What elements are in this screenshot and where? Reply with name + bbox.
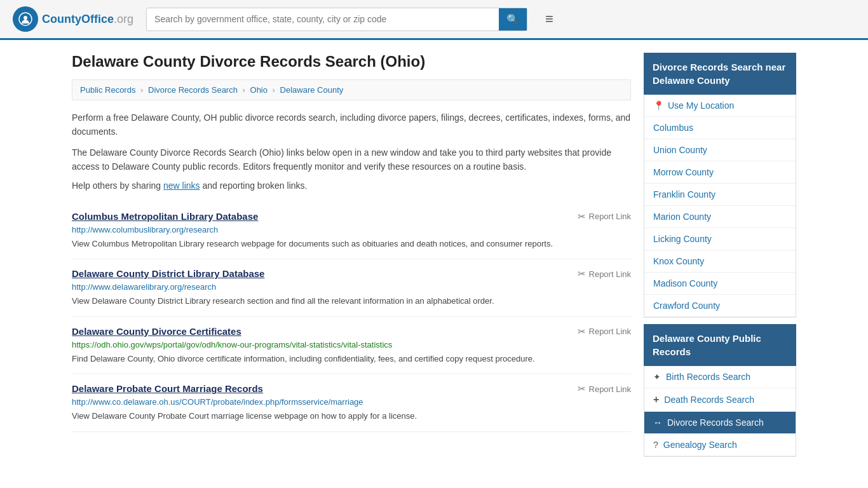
report-link[interactable]: ✂ Report Link [578,211,631,222]
pin-icon: 📍 [653,100,664,111]
logo-link[interactable]: CountyOffice.org [13,6,133,32]
result-desc: Find Delaware County, Ohio divorce certi… [72,353,631,365]
sidebar-item-madison-county[interactable]: Madison County [644,273,796,295]
search-input[interactable] [147,9,499,29]
sidebar: Divorce Records Search near Delaware Cou… [644,53,796,463]
breadcrumb-ohio[interactable]: Ohio [250,85,268,95]
description-1: Perform a free Delaware County, OH publi… [72,111,631,139]
public-records-section: Delaware County Public Records ✦ Birth R… [644,324,796,457]
sidebar-item-birth-records[interactable]: ✦ Birth Records Search [644,366,796,388]
sidebar-item-marion-county[interactable]: Marion County [644,206,796,228]
breadcrumb: Public Records › Divorce Records Search … [72,79,631,100]
death-icon: + [653,394,659,405]
sidebar-item-divorce-records[interactable]: ↔ Divorce Records Search [644,412,796,434]
report-link[interactable]: ✂ Report Link [578,326,631,337]
sidebar-item-licking-county[interactable]: Licking County [644,228,796,250]
result-url: https://odh.ohio.gov/wps/portal/gov/odh/… [72,340,631,349]
nearby-list: 📍 Use My Location Columbus Union County … [644,95,796,318]
result-desc: View Delaware County Probate Court marri… [72,410,631,423]
report-icon: ✂ [578,383,586,395]
description-2: The Delaware County Divorce Records Sear… [72,146,631,174]
result-url: http://www.delawarelibrary.org/research [72,282,631,292]
birth-icon: ✦ [653,372,661,382]
logo-icon [13,6,38,32]
result-item: Delaware Probate Court Marriage Records … [72,374,631,432]
sidebar-item-columbus[interactable]: Columbus [644,117,796,139]
nearby-section: Divorce Records Search near Delaware Cou… [644,53,796,318]
result-title[interactable]: Delaware Probate Court Marriage Records [72,383,263,394]
public-records-heading: Delaware County Public Records [644,324,796,366]
public-records-list: ✦ Birth Records Search + Death Records S… [644,366,796,457]
sidebar-item-morrow-county[interactable]: Morrow County [644,161,796,184]
nearby-heading: Divorce Records Search near Delaware Cou… [644,53,796,95]
content-area: Delaware County Divorce Records Search (… [72,53,631,463]
menu-button[interactable]: ≡ [540,8,559,30]
result-item: Columbus Metropolitan Library Database ✂… [72,202,631,260]
report-link[interactable]: ✂ Report Link [578,383,631,395]
divorce-icon: ↔ [653,417,662,428]
new-links-link[interactable]: new links [163,180,200,191]
sidebar-item-use-my-location[interactable]: 📍 Use My Location [644,95,796,117]
result-url: http://www.co.delaware.oh.us/COURT/proba… [72,397,631,407]
sidebar-item-death-records[interactable]: + Death Records Search [644,388,796,412]
result-item: Delaware County District Library Databas… [72,259,631,317]
sidebar-item-knox-county[interactable]: Knox County [644,250,796,273]
sidebar-item-genealogy[interactable]: ? Genealogy Search [644,434,796,456]
sidebar-item-crawford-county[interactable]: Crawford County [644,295,796,317]
result-title[interactable]: Delaware County District Library Databas… [72,268,264,279]
logo-text: CountyOffice.org [42,13,133,26]
search-bar: 🔍 [146,8,527,31]
breadcrumb-public-records[interactable]: Public Records [80,85,135,95]
genealogy-icon: ? [653,440,658,450]
report-link[interactable]: ✂ Report Link [578,268,631,280]
page-title: Delaware County Divorce Records Search (… [72,53,631,71]
result-title[interactable]: Columbus Metropolitan Library Database [72,211,258,222]
result-title[interactable]: Delaware County Divorce Certificates [72,326,241,337]
result-desc: View Delaware County District Library re… [72,295,631,308]
report-icon: ✂ [578,326,586,337]
breadcrumb-divorce-records[interactable]: Divorce Records Search [148,85,238,95]
sidebar-item-union-county[interactable]: Union County [644,139,796,161]
report-icon: ✂ [578,268,586,280]
search-button[interactable]: 🔍 [499,8,527,30]
breadcrumb-delaware-county[interactable]: Delaware County [280,85,344,95]
result-desc: View Columbus Metropolitan Library resea… [72,238,631,250]
report-icon: ✂ [578,211,586,222]
result-url: http://www.columbuslibrary.org/research [72,225,631,234]
help-text: Help others by sharing new links and rep… [72,180,631,191]
sidebar-item-franklin-county[interactable]: Franklin County [644,184,796,206]
main-container: Delaware County Divorce Records Search (… [59,40,809,476]
svg-point-1 [24,16,27,20]
site-header: CountyOffice.org 🔍 ≡ [0,0,868,40]
result-item: Delaware County Divorce Certificates ✂ R… [72,317,631,375]
